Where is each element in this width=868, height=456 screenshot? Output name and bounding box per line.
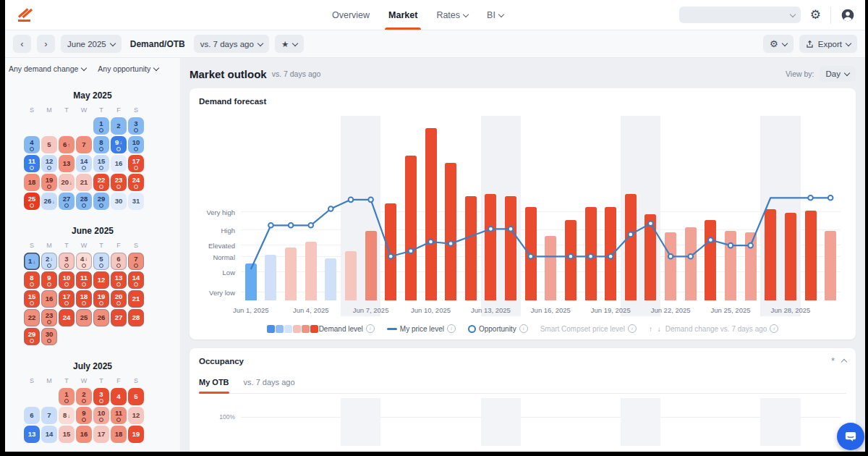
calendar-day[interactable]: 7 <box>41 407 57 424</box>
calendar-day[interactable]: 22 <box>24 309 40 326</box>
demand-change-filter[interactable]: Any demand change <box>9 64 86 73</box>
calendar-day[interactable]: 6 <box>111 253 127 270</box>
calendar-day[interactable]: 29 <box>93 193 109 210</box>
calendar-day[interactable]: 3 <box>93 388 109 405</box>
prev-month-button[interactable]: ‹ <box>13 35 31 53</box>
calendar-day[interactable]: 13 <box>59 155 75 172</box>
calendar-day[interactable]: 31 <box>128 193 144 210</box>
calendar-day[interactable]: 19 <box>93 290 109 308</box>
calendar-day[interactable]: 29 <box>24 328 40 345</box>
calendar-day[interactable]: 6↑ <box>59 136 75 153</box>
calendar-day[interactable]: 25 <box>76 309 92 326</box>
calendar-day[interactable]: 7 <box>76 136 92 153</box>
calendar-day[interactable]: 30 <box>41 328 57 345</box>
info-icon[interactable]: i <box>519 324 528 333</box>
calendar-day[interactable]: 7 <box>128 253 144 270</box>
calendar-day[interactable]: 28 <box>76 193 92 210</box>
info-icon[interactable]: i <box>366 324 375 333</box>
calendar-day[interactable]: 1 <box>93 117 109 135</box>
account-avatar-icon[interactable] <box>841 8 855 22</box>
calendar-day[interactable]: 14 <box>76 155 92 172</box>
calendar-day[interactable]: 11 <box>76 271 92 289</box>
calendar-day[interactable]: 24 <box>59 309 75 326</box>
month-selector-dropdown[interactable]: June 2025 <box>61 35 122 53</box>
calendar-day[interactable]: 17 <box>93 426 109 443</box>
calendar-day[interactable]: 26 <box>93 309 109 326</box>
calendar-day[interactable]: 1 <box>59 388 75 405</box>
calendar-day[interactable]: 8↓ <box>59 407 75 424</box>
nav-tab-rates[interactable]: Rates <box>436 0 468 30</box>
calendar-day[interactable]: 16 <box>76 426 92 443</box>
calendar-day[interactable]: 15 <box>59 426 75 443</box>
calendar-day[interactable]: 27 <box>111 309 127 326</box>
calendar-day[interactable]: 18 <box>76 290 92 308</box>
calendar-day[interactable]: 14 <box>128 271 144 289</box>
calendar-day[interactable]: 20↓ <box>59 174 75 191</box>
lighthouse-logo[interactable] <box>15 6 37 25</box>
calendar-day[interactable]: 12 <box>41 155 57 172</box>
compare-selector-dropdown[interactable]: vs. 7 days ago <box>194 35 269 53</box>
calendar-day[interactable]: 21 <box>128 290 144 308</box>
favorites-dropdown[interactable]: ★ <box>275 35 304 53</box>
calendar-day[interactable]: 9 <box>76 407 92 424</box>
calendar-day[interactable]: 21 <box>76 174 92 191</box>
calendar-day[interactable]: 8 <box>93 136 109 153</box>
calendar-day[interactable]: 5 <box>41 136 57 153</box>
opportunity-filter[interactable]: Any opportunity <box>98 64 158 73</box>
calendar-day[interactable]: 16 <box>41 290 57 308</box>
nav-tab-overview[interactable]: Overview <box>332 0 370 30</box>
calendar-day[interactable]: 30 <box>111 193 127 210</box>
calendar-day[interactable]: 10 <box>128 136 144 153</box>
calendar-day[interactable]: 28 <box>128 309 144 326</box>
calendar-day[interactable]: 17 <box>128 155 144 172</box>
collapse-chevron-up-icon[interactable] <box>841 359 847 365</box>
calendar-day[interactable]: 19 <box>41 174 57 191</box>
settings-gear-icon[interactable]: ⚙ <box>810 9 821 21</box>
calendar-day[interactable]: 15 <box>24 290 40 308</box>
nav-tab-bi[interactable]: BI <box>487 0 503 30</box>
calendar-day[interactable]: 18 <box>24 174 40 191</box>
calendar-day[interactable]: 23 <box>111 174 127 191</box>
calendar-day[interactable]: 23 <box>41 309 57 326</box>
calendar-day[interactable]: 22 <box>93 174 109 191</box>
calendar-day[interactable]: 13 <box>24 426 40 443</box>
calendar-day[interactable]: 25 <box>24 193 40 210</box>
calendar-day[interactable]: 3 <box>128 117 144 135</box>
calendar-day[interactable]: 4↓ <box>76 253 92 270</box>
info-icon[interactable]: i <box>628 324 637 333</box>
calendar-day[interactable]: 2 <box>111 117 127 135</box>
chat-launcher-button[interactable] <box>837 423 864 450</box>
chart-settings-dropdown[interactable]: ⚙ <box>763 35 793 53</box>
property-selector[interactable] <box>679 7 801 23</box>
calendar-day[interactable]: 5 <box>128 388 144 405</box>
calendar-day[interactable]: 24 <box>128 174 144 191</box>
export-button[interactable]: Export <box>799 35 857 53</box>
calendar-day[interactable]: 27 <box>59 193 75 210</box>
calendar-day[interactable]: 14 <box>41 426 57 443</box>
calendar-day[interactable]: 20 <box>111 290 127 308</box>
calendar-day[interactable]: 9↓ <box>111 136 127 153</box>
calendar-day[interactable]: 9 <box>41 271 57 289</box>
calendar-day[interactable]: 18 <box>111 426 127 443</box>
next-month-button[interactable]: › <box>37 35 55 53</box>
calendar-day[interactable]: 10 <box>59 271 75 289</box>
view-by-dropdown[interactable]: Day <box>820 66 856 82</box>
calendar-day[interactable]: 1↓ <box>24 253 40 270</box>
tab-my-otb[interactable]: My OTB <box>199 378 229 393</box>
calendar-day[interactable]: 5 <box>93 253 109 270</box>
calendar-day[interactable]: 17 <box>59 290 75 308</box>
info-icon[interactable]: i <box>447 324 456 333</box>
calendar-day[interactable]: 4 <box>111 388 127 405</box>
calendar-day[interactable]: 13 <box>111 271 127 289</box>
calendar-day[interactable]: 4 <box>24 136 40 153</box>
calendar-day[interactable]: 26↓ <box>41 193 57 210</box>
calendar-day[interactable]: 12 <box>128 407 144 424</box>
calendar-day[interactable]: 2↓ <box>41 253 57 270</box>
calendar-day[interactable]: 15 <box>93 155 109 172</box>
calendar-day[interactable]: 12 <box>93 271 109 289</box>
calendar-day[interactable]: 11 <box>24 155 40 172</box>
calendar-day[interactable]: 8 <box>24 271 40 289</box>
tab-vs-7-days-ago[interactable]: vs. 7 days ago <box>244 378 295 393</box>
info-icon[interactable]: i <box>770 324 778 333</box>
calendar-day[interactable]: 3 <box>59 253 75 270</box>
